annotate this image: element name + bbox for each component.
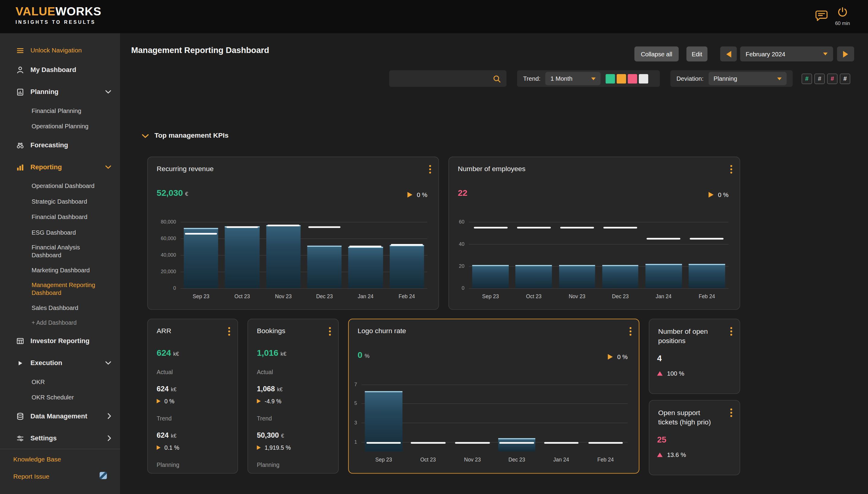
bar-actual [184, 228, 219, 288]
card-title: Number of open positions [658, 327, 721, 345]
period-dropdown[interactable]: February 2024 [740, 46, 833, 61]
hash-toggle-gray[interactable]: # [814, 73, 825, 84]
planning-icon [15, 88, 24, 96]
power-logout-icon[interactable] [837, 7, 848, 18]
y-axis-tick: 0 [173, 286, 176, 291]
chevron-down-icon[interactable] [105, 361, 111, 365]
planning-indicator: 1,919.5 % [257, 444, 329, 451]
trend-percent: 0 % [417, 192, 427, 198]
sidebar-item-financial-dashboard[interactable]: Financial Dashboard [0, 209, 120, 224]
x-axis-label: Jan 24 [345, 293, 386, 302]
sidebar-item-add-dashboard[interactable]: + Add Dashboard [0, 316, 120, 330]
trend-percent: 0 % [165, 398, 174, 404]
planning-marker [499, 442, 534, 444]
sidebar-item-investor-reporting[interactable]: Investor Reporting [0, 330, 120, 352]
trend-flat-arrow-icon [608, 354, 613, 360]
trend-swatch-white[interactable] [639, 74, 648, 83]
planning-marker [411, 442, 445, 444]
label: ESG Dashboard [32, 229, 76, 235]
sidebar-item-okr[interactable]: OKR [0, 374, 120, 390]
section-title: Top management KPIs [154, 132, 228, 139]
sidebar-item-settings[interactable]: Settings [0, 427, 120, 449]
y-axis-tick: 7 [354, 382, 357, 387]
sidebar-item-marketing-dashboard[interactable]: Marketing Dashboard [0, 262, 120, 278]
sidebar-item-strategic-dashboard[interactable]: Strategic Dashboard [0, 194, 120, 209]
report-issue-link[interactable]: Report Issue [13, 473, 50, 479]
sidebar-item-forecasting[interactable]: Forecasting [0, 134, 120, 156]
sidebar-item-execution[interactable]: Execution [0, 352, 120, 374]
sidebar-item-okr-scheduler[interactable]: OKR Scheduler [0, 390, 120, 405]
planning-marker [474, 227, 507, 228]
hash-toggle-pink[interactable]: # [827, 73, 837, 84]
delta-percent: 100 % [667, 370, 684, 377]
session-timer: 60 min [829, 20, 856, 26]
sidebar-item-financial-planning[interactable]: Financial Planning [0, 103, 120, 118]
sidebar-item-esg-dashboard[interactable]: ESG Dashboard [0, 225, 120, 240]
deviation-dropdown[interactable]: Planning [708, 72, 787, 85]
sidebar-item-data-management[interactable]: Data Management [0, 405, 120, 427]
previous-period-button[interactable] [720, 46, 737, 61]
kebab-menu-icon[interactable] [728, 325, 734, 339]
hash-toggle-white[interactable]: # [840, 73, 850, 84]
chevron-right-icon[interactable] [107, 435, 111, 441]
sidebar-item-sales-dashboard[interactable]: Sales Dashboard [0, 300, 120, 316]
trend-swatch-orange[interactable] [617, 74, 626, 83]
label: + Add Dashboard [32, 319, 77, 326]
screenshot-capture-icon[interactable] [100, 472, 107, 479]
planning-marker [544, 442, 579, 444]
label: OKR Scheduler [32, 394, 74, 401]
chart-slot [584, 380, 628, 452]
trend-period-value: 1 Month [550, 75, 572, 82]
period-value: February 2024 [746, 51, 785, 57]
knowledge-base-link[interactable]: Knowledge Base [13, 456, 61, 462]
brand-primary: VALUE [15, 5, 55, 18]
label: Management Reporting Dashboard [32, 281, 97, 297]
kebab-menu-icon[interactable] [427, 163, 433, 177]
chevron-down-icon[interactable] [105, 90, 111, 94]
kebab-menu-icon[interactable] [628, 325, 633, 339]
kebab-menu-icon[interactable] [327, 325, 333, 339]
kpi-value: 22 [458, 188, 467, 198]
sidebar-item-reporting[interactable]: Reporting [0, 156, 120, 178]
sidebar-item-operational-planning[interactable]: Operational Planning [0, 118, 120, 134]
planning-label: Planning [257, 461, 329, 468]
kebab-menu-icon[interactable] [226, 325, 232, 339]
trend-swatch-pink[interactable] [628, 74, 638, 83]
unlock-navigation-button[interactable]: Unlock Navigation [0, 42, 120, 59]
kebab-menu-icon[interactable] [728, 163, 734, 177]
main-content: Management Reporting Dashboard Collapse … [120, 33, 868, 494]
chart-slot [450, 380, 495, 452]
settings-label: Settings [31, 434, 57, 442]
edit-button[interactable]: Edit [687, 46, 708, 61]
sidebar: Unlock Navigation My Dashboard Planning … [0, 33, 120, 494]
feedback-message-icon[interactable] [815, 10, 828, 22]
x-axis-label: Dec 23 [495, 456, 539, 466]
search-input[interactable] [395, 75, 488, 82]
kebab-menu-icon[interactable] [728, 407, 734, 420]
trend-period-dropdown[interactable]: 1 Month [546, 72, 601, 85]
trend-indicator: 0 % [157, 398, 229, 404]
section-top-management-kpis[interactable]: Top management KPIs [142, 130, 228, 140]
chevron-down-icon[interactable] [105, 165, 111, 169]
next-period-button[interactable] [837, 46, 854, 61]
sidebar-item-planning[interactable]: Planning [0, 81, 120, 103]
planning-marker [185, 232, 217, 234]
sidebar-item-management-reporting-dashboard[interactable]: Management Reporting Dashboard [0, 278, 120, 300]
sidebar-item-operational-dashboard[interactable]: Operational Dashboard [0, 178, 120, 193]
label: Financial Planning [32, 107, 81, 114]
collapse-all-button[interactable]: Collapse all [634, 46, 679, 61]
chevron-right-icon[interactable] [107, 413, 111, 419]
sidebar-item-financial-analysis-dashboard[interactable]: Financial Analysis Dashboard [0, 240, 120, 262]
planning-marker [308, 226, 340, 228]
chart-slot [304, 222, 345, 288]
sidebar-item-my-dashboard[interactable]: My Dashboard [0, 59, 120, 81]
card-logo-churn-rate[interactable]: Logo churn rate 0 % 0 % 1357 Sep 23Oct 2… [348, 319, 639, 474]
trend-swatch-green[interactable] [606, 74, 615, 83]
delta-indicator: 100 % [657, 370, 732, 377]
y-axis-tick: 3 [354, 420, 357, 425]
section-collapse-chevron-icon [142, 130, 149, 140]
label: Operational Dashboard [32, 183, 95, 189]
y-axis: 020,00040,00060,00080,000 [152, 222, 181, 288]
hash-toggle-green[interactable]: # [802, 73, 812, 84]
planning-marker [690, 238, 724, 240]
